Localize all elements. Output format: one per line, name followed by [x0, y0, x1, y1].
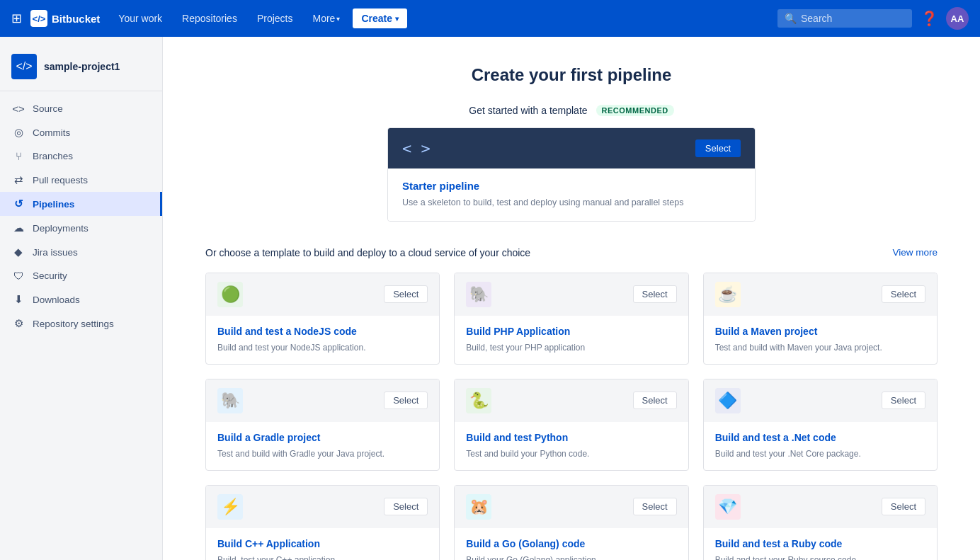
- template-icon-2: ☕: [715, 282, 741, 307]
- search-bar[interactable]: 🔍 Search: [777, 9, 912, 28]
- template-select-button-5[interactable]: Select: [882, 392, 925, 409]
- template-card-body-4: Build and test Python Test and build you…: [455, 422, 688, 470]
- template-select-button-4[interactable]: Select: [633, 392, 677, 409]
- template-card-body-3: Build a Gradle project Test and build wi…: [206, 422, 439, 470]
- choose-template-header: Or choose a template to build and deploy…: [205, 247, 938, 258]
- template-icon-3: 🐘: [217, 388, 243, 413]
- your-work-link[interactable]: Your work: [111, 8, 169, 28]
- template-card-7[interactable]: 🐹 Select Build a Go (Golang) code Build …: [454, 485, 688, 560]
- create-label: Create: [361, 13, 392, 24]
- template-card-2[interactable]: ☕ Select Build a Maven project Test and …: [703, 273, 938, 365]
- template-card-body-1: Build PHP Application Build, test your P…: [455, 316, 688, 364]
- sidebar-item-source[interactable]: <> Source: [0, 97, 162, 120]
- sidebar-item-security[interactable]: 🛡 Security: [0, 264, 162, 287]
- main-content: Create your first pipeline Get started w…: [163, 37, 980, 560]
- template-select-button-6[interactable]: Select: [384, 498, 428, 515]
- template-icon-0: 🟢: [217, 282, 243, 307]
- create-button[interactable]: Create ▾: [353, 8, 407, 28]
- template-card-header-6: ⚡ Select: [206, 486, 439, 528]
- template-card-desc-5: Build and test your .Net Core package.: [715, 447, 925, 460]
- downloads-icon: ⬇: [11, 293, 25, 306]
- help-button[interactable]: ❓: [918, 7, 940, 30]
- template-card-5[interactable]: 🔷 Select Build and test a .Net code Buil…: [703, 379, 938, 471]
- repo-header: </> sample-project1: [0, 48, 162, 91]
- starter-card-title: Starter pipeline: [402, 180, 741, 192]
- help-icon: ❓: [921, 10, 938, 27]
- template-card-desc-1: Build, test your PHP application: [466, 341, 676, 354]
- sidebar-item-pull-requests[interactable]: ⇄ Pull requests: [0, 168, 162, 192]
- page-layout: </> sample-project1 <> Source ◎ Commits …: [0, 37, 980, 560]
- template-card-desc-7: Build your Go (Golang) application.: [466, 554, 676, 560]
- jira-icon: ◆: [11, 246, 25, 258]
- top-navigation: ⊞ </> Bitbucket Your work Repositories P…: [0, 0, 980, 37]
- sidebar-item-commits[interactable]: ◎ Commits: [0, 120, 162, 144]
- starter-card-header: < > Select: [388, 128, 755, 168]
- security-icon: 🛡: [11, 270, 25, 282]
- template-card-4[interactable]: 🐍 Select Build and test Python Test and …: [454, 379, 688, 471]
- template-icon-4: 🐍: [466, 388, 491, 413]
- sidebar-item-label: Repository settings: [33, 319, 114, 329]
- template-card-3[interactable]: 🐘 Select Build a Gradle project Test and…: [205, 379, 440, 471]
- sidebar-item-branches[interactable]: ⑂ Branches: [0, 144, 162, 168]
- repo-name: sample-project1: [44, 61, 120, 72]
- sidebar-navigation: <> Source ◎ Commits ⑂ Branches ⇄ Pull re…: [0, 97, 162, 336]
- projects-link[interactable]: Projects: [250, 8, 300, 28]
- grid-icon[interactable]: ⊞: [11, 11, 22, 26]
- more-label: More: [313, 13, 336, 24]
- sidebar-item-label: Commits: [33, 127, 70, 138]
- template-card-body-2: Build a Maven project Test and build wit…: [704, 316, 937, 364]
- template-card-1[interactable]: 🐘 Select Build PHP Application Build, te…: [454, 273, 688, 365]
- template-icon-7: 🐹: [466, 494, 491, 520]
- starter-pipeline-card[interactable]: < > Select Starter pipeline Use a skelet…: [387, 127, 756, 222]
- sidebar-item-pipelines[interactable]: ↺ Pipelines: [0, 192, 162, 216]
- template-card-desc-2: Test and build with Maven your Java proj…: [715, 341, 925, 354]
- repo-icon: </>: [11, 54, 37, 79]
- source-icon: <>: [11, 103, 25, 115]
- bitbucket-logo[interactable]: </> Bitbucket: [30, 10, 100, 27]
- template-card-desc-3: Test and build with Gradle your Java pro…: [217, 447, 428, 460]
- sidebar-item-label: Jira issues: [33, 247, 78, 258]
- logo-icon: </>: [30, 10, 47, 27]
- avatar[interactable]: AA: [946, 7, 969, 30]
- starter-card-description: Use a skeleton to build, test and deploy…: [402, 196, 741, 210]
- template-select-button-2[interactable]: Select: [882, 285, 925, 303]
- starter-select-button[interactable]: Select: [695, 139, 741, 157]
- starter-section-header: Get started with a template RECOMMENDED: [205, 105, 938, 116]
- template-card-header-5: 🔷 Select: [704, 379, 937, 422]
- template-icon-8: 💎: [715, 494, 741, 520]
- code-icon: < >: [402, 139, 431, 157]
- template-icon-6: ⚡: [217, 494, 243, 520]
- template-card-body-6: Build C++ Application Build, test your C…: [206, 528, 439, 560]
- sidebar-item-downloads[interactable]: ⬇ Downloads: [0, 287, 162, 312]
- choose-template-label: Or choose a template to build and deploy…: [205, 247, 530, 258]
- template-card-title-3: Build a Gradle project: [217, 432, 428, 443]
- sidebar-item-jira-issues[interactable]: ◆ Jira issues: [0, 240, 162, 264]
- template-select-button-8[interactable]: Select: [882, 498, 925, 515]
- template-card-body-7: Build a Go (Golang) code Build your Go (…: [455, 528, 688, 560]
- template-card-title-8: Build and test a Ruby code: [715, 538, 925, 549]
- repositories-link[interactable]: Repositories: [175, 8, 244, 28]
- template-card-header-8: 💎 Select: [704, 486, 937, 528]
- search-placeholder: Search: [801, 13, 832, 24]
- template-card-desc-0: Build and test your NodeJS application.: [217, 341, 428, 354]
- template-select-button-1[interactable]: Select: [633, 285, 677, 303]
- search-icon: 🔍: [785, 13, 797, 24]
- view-more-link[interactable]: View more: [892, 247, 938, 258]
- sidebar-item-label: Security: [33, 270, 67, 281]
- sidebar-item-deployments[interactable]: ☁ Deployments: [0, 216, 162, 240]
- choose-template-section: Or choose a template to build and deploy…: [205, 247, 938, 560]
- template-select-button-7[interactable]: Select: [633, 498, 677, 515]
- create-chevron-icon: ▾: [395, 15, 399, 23]
- template-card-0[interactable]: 🟢 Select Build and test a NodeJS code Bu…: [205, 273, 440, 365]
- template-card-header-4: 🐍 Select: [455, 379, 688, 422]
- template-select-button-0[interactable]: Select: [384, 285, 428, 303]
- template-card-body-0: Build and test a NodeJS code Build and t…: [206, 316, 439, 364]
- template-icon-1: 🐘: [466, 282, 491, 307]
- template-card-title-7: Build a Go (Golang) code: [466, 538, 676, 549]
- template-card-8[interactable]: 💎 Select Build and test a Ruby code Buil…: [703, 485, 938, 560]
- chevron-down-icon: ▾: [336, 15, 340, 23]
- more-dropdown[interactable]: More ▾: [306, 8, 348, 28]
- sidebar-item-repository-settings[interactable]: ⚙ Repository settings: [0, 312, 162, 336]
- template-select-button-3[interactable]: Select: [384, 392, 428, 409]
- template-card-6[interactable]: ⚡ Select Build C++ Application Build, te…: [205, 485, 440, 560]
